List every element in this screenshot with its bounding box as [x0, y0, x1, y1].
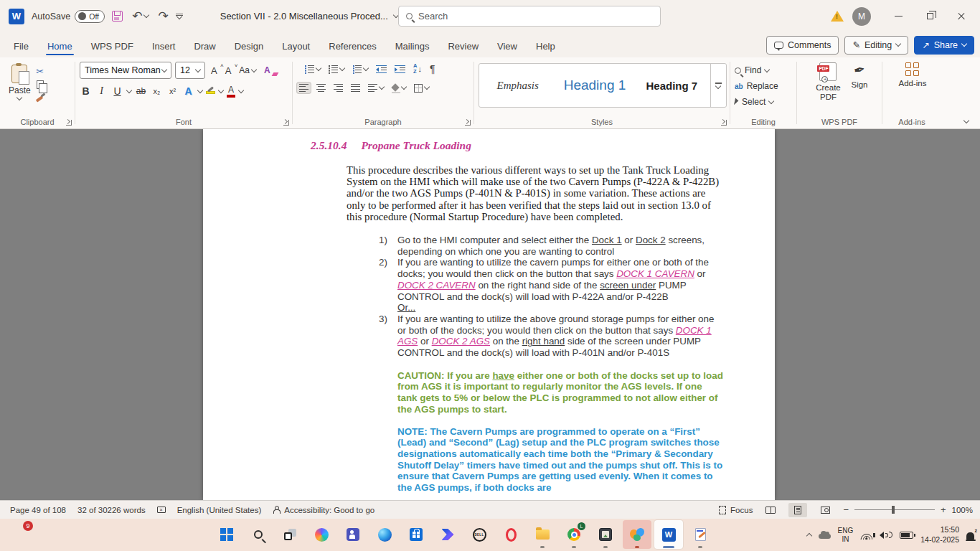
create-pdf-button[interactable]: PDF + Create PDF — [812, 62, 844, 116]
zoom-slider[interactable] — [854, 509, 935, 510]
editing-mode-button[interactable]: ✎ Editing — [844, 36, 908, 55]
shrink-font-button[interactable]: A˅ — [223, 64, 234, 77]
notification-bell-icon[interactable]: z — [966, 532, 974, 540]
web-layout-button[interactable] — [816, 503, 834, 517]
tab-file[interactable]: File — [4, 35, 38, 57]
paragraph-dialog-launcher[interactable] — [465, 120, 471, 126]
tab-references[interactable]: References — [319, 35, 385, 57]
proofing-icon[interactable]: × — [157, 507, 166, 513]
sort-button[interactable]: AZ ↓ — [411, 62, 424, 77]
start-button[interactable] — [212, 520, 241, 549]
style-heading-7[interactable]: Heading 7 — [633, 64, 710, 107]
page-indicator[interactable]: Page 49 of 108 — [10, 506, 66, 514]
grow-font-button[interactable]: A˄ — [209, 64, 220, 77]
font-size-select[interactable]: 12 — [175, 62, 205, 79]
borders-button[interactable] — [412, 83, 431, 94]
numbering-button[interactable] — [326, 64, 347, 75]
document-page[interactable]: 2.5.10.4Propane Truck Loading This proce… — [203, 129, 775, 500]
paint-app-button[interactable] — [623, 520, 651, 549]
line-spacing-button[interactable] — [366, 83, 386, 93]
find-button[interactable]: Find — [735, 62, 793, 78]
close-button[interactable] — [947, 4, 976, 29]
collapse-ribbon-icon[interactable] — [963, 118, 969, 123]
replace-button[interactable]: ab Replace — [735, 78, 793, 94]
styles-dialog-launcher[interactable] — [721, 120, 727, 126]
battery-icon[interactable] — [900, 532, 913, 539]
clipboard-dialog-launcher[interactable] — [66, 120, 72, 126]
tab-draw[interactable]: Draw — [184, 35, 225, 57]
bold-button[interactable]: B — [80, 85, 92, 97]
microsoft-store-button[interactable] — [402, 520, 430, 549]
decrease-indent-button[interactable] — [374, 64, 389, 75]
chevron-down-icon[interactable] — [218, 88, 224, 93]
underline-button[interactable]: U — [111, 85, 123, 97]
dell-app-button[interactable]: DELL — [465, 520, 494, 549]
tab-design[interactable]: Design — [225, 35, 273, 57]
align-left-button[interactable] — [297, 83, 311, 93]
tab-mailings[interactable]: Mailings — [386, 35, 439, 57]
increase-indent-button[interactable] — [392, 64, 407, 75]
dock-1-cavern-link[interactable]: DOCK 1 CAVERN — [616, 268, 694, 279]
focus-button[interactable]: Focus — [719, 506, 753, 514]
zoom-level[interactable]: 100% — [952, 506, 973, 514]
chrome-button[interactable]: L — [560, 520, 588, 549]
styles-gallery-more-button[interactable] — [710, 64, 726, 107]
font-dialog-launcher[interactable] — [283, 120, 289, 126]
change-case-button[interactable]: Aa — [237, 64, 258, 77]
file-explorer-button[interactable] — [528, 520, 557, 549]
language-switcher[interactable]: ENG IN — [838, 527, 854, 543]
style-heading-1[interactable]: Heading 1 — [556, 64, 633, 107]
style-emphasis[interactable]: Emphasis — [479, 64, 556, 107]
language-indicator[interactable]: English (United States) — [177, 506, 262, 514]
search-box[interactable] — [398, 6, 661, 27]
strikethrough-button[interactable]: ab — [135, 86, 147, 96]
highlight-color-button[interactable] — [206, 88, 215, 94]
autosave-toggle[interactable]: Off — [75, 10, 105, 23]
font-family-select[interactable]: Times New Roman — [80, 62, 171, 79]
task-view-button[interactable] — [275, 520, 304, 549]
addins-button[interactable]: Add-ins — [899, 62, 927, 116]
tab-home[interactable]: Home — [38, 35, 82, 57]
volume-icon[interactable] — [880, 532, 892, 539]
tab-help[interactable]: Help — [527, 35, 565, 57]
photos-app-button[interactable] — [591, 520, 620, 549]
align-center-button[interactable] — [314, 83, 328, 93]
tray-expand-icon[interactable] — [806, 533, 811, 539]
zoom-in-button[interactable]: + — [941, 504, 946, 515]
weather-widget[interactable]: 9 — [7, 524, 32, 545]
dock-2-ags-link[interactable]: DOCK 2 AGS — [432, 336, 490, 347]
copy-button[interactable] — [37, 80, 44, 89]
cut-button[interactable]: ✂ — [36, 66, 44, 77]
copilot-button[interactable] — [307, 520, 336, 549]
minimize-button[interactable] — [884, 4, 913, 29]
zoom-slider-thumb[interactable] — [892, 506, 895, 514]
justify-button[interactable] — [349, 83, 362, 93]
document-title-menu[interactable]: Section VII - 2.0 Miscellaneous Proced..… — [220, 11, 398, 22]
italic-button[interactable]: I — [95, 85, 108, 97]
clear-formatting-button[interactable]: A — [262, 64, 273, 77]
power-automate-button[interactable] — [433, 520, 462, 549]
tab-layout[interactable]: Layout — [273, 35, 319, 57]
account-avatar[interactable]: M — [852, 7, 871, 26]
undo-button[interactable]: ↶ — [130, 9, 151, 24]
tab-review[interactable]: Review — [438, 35, 488, 57]
word-app-button[interactable]: W — [654, 520, 683, 549]
show-formatting-marks-button[interactable]: ¶ — [428, 62, 438, 76]
restore-button[interactable] — [915, 4, 944, 29]
clock[interactable]: 15:50 14-02-2025 — [920, 525, 959, 544]
paste-button[interactable]: Paste — [9, 65, 31, 116]
onedrive-icon[interactable] — [819, 534, 831, 539]
opera-button[interactable] — [496, 520, 525, 549]
text-effects-button[interactable]: A — [182, 85, 194, 97]
tab-insert[interactable]: Insert — [143, 35, 185, 57]
subscript-button[interactable]: x₂ — [151, 87, 163, 95]
save-icon[interactable] — [112, 11, 123, 22]
wifi-icon[interactable] — [860, 531, 872, 540]
warning-icon[interactable]: ! — [831, 11, 844, 22]
format-painter-button[interactable] — [35, 93, 45, 103]
chevron-down-icon[interactable] — [238, 88, 244, 93]
tab-wps-pdf[interactable]: WPS PDF — [82, 35, 143, 57]
zoom-out-button[interactable]: − — [843, 504, 849, 515]
tab-view[interactable]: View — [488, 35, 527, 57]
wps-office-button[interactable] — [686, 520, 715, 549]
